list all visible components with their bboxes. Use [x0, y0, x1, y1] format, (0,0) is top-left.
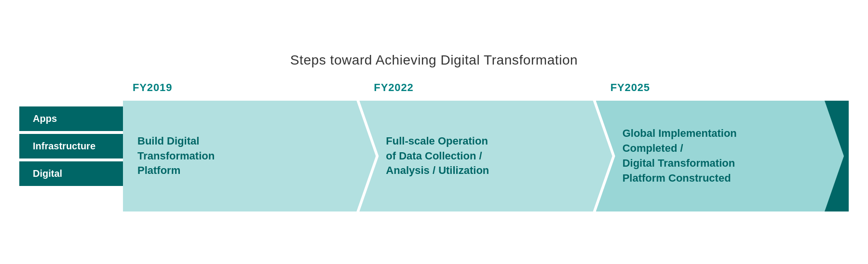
- arrow-text-content-fy2019: Build Digital Transformation Platform: [137, 134, 215, 178]
- fy2019-label: FY2019: [123, 81, 172, 94]
- page-title: Steps toward Achieving Digital Transform…: [290, 53, 578, 68]
- fy2022-label: FY2022: [359, 81, 413, 94]
- arrow-text-fy2019: Build Digital Transformation Platform: [123, 101, 376, 211]
- section-fy2019: FY2019 Build Digital Transformation Plat…: [123, 81, 376, 211]
- arrow-fy2022: Full-scale Operation of Data Collection …: [359, 101, 612, 211]
- label-digital: Digital: [19, 161, 123, 186]
- section-fy2022: FY2022 Full-scale Operation of Data Coll…: [359, 81, 612, 211]
- label-infrastructure: Infrastructure: [19, 134, 123, 158]
- arrow-text-content-fy2022: Full-scale Operation of Data Collection …: [386, 134, 489, 178]
- arrow-text-fy2025: Global Implementation Completed / Digita…: [596, 101, 849, 211]
- arrow-text-fy2022: Full-scale Operation of Data Collection …: [359, 101, 612, 211]
- section-fy2025: FY2025 Global Implementation Completed /…: [596, 81, 849, 211]
- labels-column: Apps Infrastructure Digital: [19, 81, 123, 186]
- fy2025-label: FY2025: [596, 81, 650, 94]
- diagram: Apps Infrastructure Digital FY2019 Build…: [19, 81, 849, 211]
- arrow-text-content-fy2025: Global Implementation Completed / Digita…: [623, 126, 737, 185]
- label-apps: Apps: [19, 106, 123, 131]
- main-container: Steps toward Achieving Digital Transform…: [19, 53, 849, 211]
- arrow-fy2019: Build Digital Transformation Platform: [123, 101, 376, 211]
- sections-row: FY2019 Build Digital Transformation Plat…: [123, 81, 849, 211]
- arrow-fy2025: Global Implementation Completed / Digita…: [596, 101, 849, 211]
